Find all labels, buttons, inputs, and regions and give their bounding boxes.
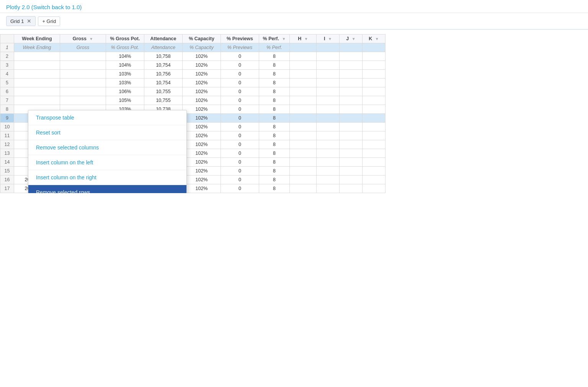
perf-cell[interactable]: 8 (259, 149, 290, 158)
j-cell[interactable] (340, 79, 363, 87)
h-cell[interactable] (290, 149, 317, 158)
capacity-cell[interactable]: 102% (183, 114, 221, 123)
table-row[interactable]: 4103%10,756102%08 (0, 70, 385, 79)
week-ending-cell[interactable] (14, 52, 60, 61)
gross-cell[interactable] (60, 70, 106, 79)
previews-cell[interactable]: 0 (221, 79, 259, 87)
k-cell[interactable] (363, 61, 385, 70)
col-header-grosspct[interactable]: % Gross Pot. (106, 34, 144, 43)
context-menu-item[interactable]: Insert column on the left (28, 155, 186, 170)
i-cell[interactable] (317, 79, 340, 87)
context-menu-item[interactable]: Insert column on the right (28, 170, 186, 185)
j-cell[interactable] (340, 105, 363, 114)
h-cell[interactable] (290, 167, 317, 175)
h-cell[interactable] (290, 105, 317, 114)
previews-cell[interactable]: 0 (221, 149, 259, 158)
h-cell[interactable] (290, 61, 317, 70)
h-cell[interactable] (290, 184, 317, 193)
h-cell[interactable] (290, 114, 317, 123)
context-menu-item[interactable]: Remove selected columns (28, 140, 186, 155)
perf-cell[interactable]: 8 (259, 105, 290, 114)
col-header-capacity[interactable]: % Capacity (183, 34, 221, 43)
capacity-cell[interactable]: 102% (183, 87, 221, 96)
h-cell[interactable] (290, 140, 317, 149)
perf-cell[interactable]: 8 (259, 167, 290, 175)
table-row[interactable]: 3104%10,754102%08 (0, 61, 385, 70)
gross-cell[interactable] (60, 96, 106, 105)
i-cell[interactable] (317, 184, 340, 193)
week-ending-cell[interactable] (14, 87, 60, 96)
col-header-perf[interactable]: % Perf. ▼ (259, 34, 290, 43)
j-cell[interactable] (340, 140, 363, 149)
grosspct-cell[interactable]: 106% (106, 87, 144, 96)
j-cell[interactable] (340, 87, 363, 96)
add-grid-button[interactable]: + Grid (38, 16, 60, 26)
i-cell[interactable] (317, 87, 340, 96)
h-cell[interactable] (290, 158, 317, 167)
previews-cell[interactable]: 0 (221, 175, 259, 184)
capacity-cell[interactable]: 102% (183, 70, 221, 79)
app-title[interactable]: Plotly 2.0 (Switch back to 1.0) (6, 4, 82, 10)
k-cell[interactable] (363, 123, 385, 131)
table-row[interactable]: 6106%10,755102%08 (0, 87, 385, 96)
i-cell[interactable] (317, 131, 340, 140)
previews-cell[interactable]: 0 (221, 184, 259, 193)
h-cell[interactable] (290, 79, 317, 87)
gross-cell[interactable] (60, 61, 106, 70)
week-ending-cell[interactable] (14, 96, 60, 105)
previews-cell[interactable]: 0 (221, 167, 259, 175)
h-cell[interactable] (290, 123, 317, 131)
k-cell[interactable] (363, 167, 385, 175)
capacity-cell[interactable]: 102% (183, 123, 221, 131)
col-header-previews[interactable]: % Previews (221, 34, 259, 43)
previews-cell[interactable]: 0 (221, 70, 259, 79)
previews-cell[interactable]: 0 (221, 61, 259, 70)
capacity-cell[interactable]: 102% (183, 175, 221, 184)
grosspct-cell[interactable]: % Gross Pot. (106, 43, 144, 52)
i-cell[interactable] (317, 140, 340, 149)
capacity-cell[interactable]: 102% (183, 96, 221, 105)
i-cell[interactable] (317, 123, 340, 131)
perf-cell[interactable]: 8 (259, 184, 290, 193)
previews-cell[interactable]: 0 (221, 158, 259, 167)
tab-close-icon[interactable]: ✕ (27, 18, 31, 24)
col-header-k[interactable]: K ▼ (363, 34, 385, 43)
attendance-cell[interactable]: Attendance (144, 43, 183, 52)
previews-cell[interactable]: 0 (221, 105, 259, 114)
col-header-gross[interactable]: Gross ▼ (60, 34, 106, 43)
grosspct-cell[interactable]: 103% (106, 70, 144, 79)
h-cell[interactable] (290, 87, 317, 96)
previews-cell[interactable]: 0 (221, 87, 259, 96)
capacity-cell[interactable]: 102% (183, 61, 221, 70)
attendance-cell[interactable]: 10,758 (144, 52, 183, 61)
k-cell[interactable] (363, 43, 385, 52)
capacity-cell[interactable]: 102% (183, 140, 221, 149)
i-cell[interactable] (317, 167, 340, 175)
k-cell[interactable] (363, 149, 385, 158)
attendance-cell[interactable]: 10,756 (144, 70, 183, 79)
i-cell[interactable] (317, 105, 340, 114)
i-cell[interactable] (317, 175, 340, 184)
table-row[interactable]: 2104%10,758102%08 (0, 52, 385, 61)
week-ending-cell[interactable] (14, 79, 60, 87)
table-row[interactable]: 5103%10,754102%08 (0, 79, 385, 87)
j-cell[interactable] (340, 149, 363, 158)
capacity-cell[interactable]: 102% (183, 79, 221, 87)
perf-cell[interactable]: 8 (259, 52, 290, 61)
perf-cell[interactable]: 8 (259, 158, 290, 167)
h-cell[interactable] (290, 96, 317, 105)
perf-cell[interactable]: 8 (259, 61, 290, 70)
j-cell[interactable] (340, 158, 363, 167)
week-ending-cell[interactable] (14, 70, 60, 79)
col-header-i[interactable]: I ▼ (317, 34, 340, 43)
capacity-cell[interactable]: 102% (183, 52, 221, 61)
k-cell[interactable] (363, 70, 385, 79)
j-cell[interactable] (340, 167, 363, 175)
h-cell[interactable] (290, 175, 317, 184)
i-cell[interactable] (317, 149, 340, 158)
j-cell[interactable] (340, 70, 363, 79)
capacity-cell[interactable]: 102% (183, 105, 221, 114)
perf-cell[interactable]: 8 (259, 114, 290, 123)
j-cell[interactable] (340, 61, 363, 70)
h-cell[interactable] (290, 43, 317, 52)
